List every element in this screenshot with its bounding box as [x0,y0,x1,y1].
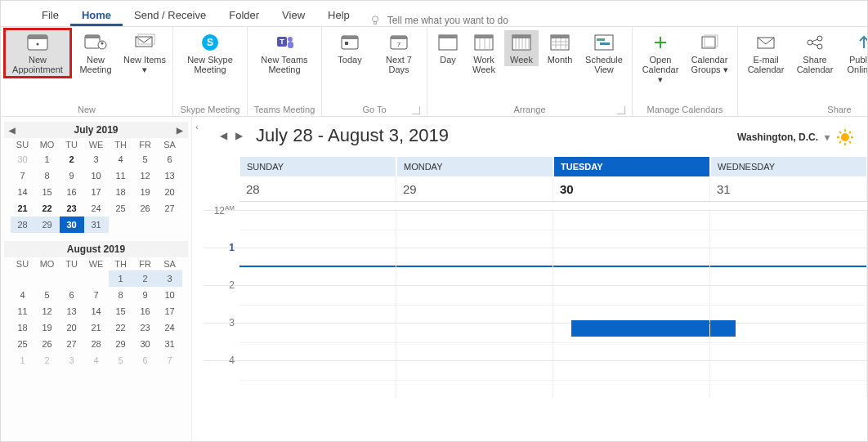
date-cell[interactable]: 30 [553,177,710,201]
mini-day[interactable]: 2 [133,270,158,287]
time-cell[interactable] [396,248,553,285]
new-teams-meeting-button[interactable]: T New Teams Meeting [253,30,316,76]
open-calendar-button[interactable]: Open Calendar ▾ [638,30,683,86]
mini-day[interactable]: 30 [133,336,158,352]
mini-day[interactable]: 18 [109,184,133,200]
date-cell[interactable]: 29 [396,177,553,201]
calendar-groups-button[interactable]: Calendar Groups ▾ [687,30,732,76]
time-cell[interactable] [396,324,553,360]
mini-day[interactable]: 13 [158,167,182,184]
mini-day[interactable]: 16 [60,184,84,200]
mini-day[interactable]: 30 [11,151,35,167]
hour-row[interactable]: 12AM [204,210,867,248]
mini-day[interactable]: 15 [35,184,60,200]
time-cell[interactable] [710,324,867,360]
mini-day[interactable]: 23 [60,200,84,217]
days-grid-july[interactable]: 3012345678910111213141516171819202122232… [4,151,188,233]
time-cell[interactable] [239,324,396,360]
day-header[interactable]: TUESDAY [553,156,710,177]
mini-day[interactable]: 31 [158,336,182,352]
mini-day[interactable]: 13 [60,303,84,319]
mini-day[interactable]: 15 [109,303,133,319]
mini-day[interactable]: 24 [84,200,109,217]
time-cell[interactable] [239,286,396,323]
time-cell[interactable] [710,361,867,398]
tab-file[interactable]: File [30,4,70,26]
mini-day[interactable]: 21 [11,200,35,217]
mini-day[interactable]: 8 [35,167,60,184]
mini-day[interactable]: 24 [158,319,182,336]
next-month-icon[interactable]: ▶ [172,126,188,135]
date-cell[interactable]: 31 [710,177,867,201]
mini-day[interactable]: 1 [109,270,133,287]
tab-send-receive[interactable]: Send / Receive [123,4,217,26]
mini-day[interactable]: 4 [11,287,35,303]
hour-row[interactable]: 3 [204,323,867,360]
mini-day[interactable]: 6 [158,151,182,167]
mini-day[interactable]: 11 [11,303,35,319]
mini-day[interactable]: 5 [133,151,158,167]
email-calendar-button[interactable]: E-mail Calendar [743,30,789,76]
mini-day[interactable]: 11 [109,167,133,184]
mini-day[interactable]: 29 [109,336,133,352]
time-cell[interactable] [553,211,710,248]
mini-day[interactable]: 7 [11,167,35,184]
mini-day[interactable]: 19 [35,319,60,336]
mini-day[interactable]: 8 [109,287,133,303]
mini-day[interactable]: 26 [133,200,158,217]
mini-day[interactable]: 30 [60,217,84,233]
mini-day[interactable]: 2 [60,151,84,167]
mini-day[interactable]: 12 [35,303,60,319]
mini-day[interactable]: 14 [11,184,35,200]
mini-day[interactable]: 1 [11,352,35,368]
mini-day[interactable]: 20 [158,184,182,200]
time-cell[interactable] [239,248,396,285]
mini-day[interactable]: 12 [133,167,158,184]
mini-day[interactable]: 18 [11,319,35,336]
mini-day[interactable] [11,270,35,287]
time-cell[interactable] [553,324,710,360]
mini-day[interactable]: 7 [158,352,182,368]
mini-day[interactable]: 4 [84,352,109,368]
hour-row[interactable]: 1 [204,248,867,285]
today-button[interactable]: Today [327,30,373,66]
mini-day[interactable]: 9 [60,167,84,184]
time-cell[interactable] [710,211,867,248]
new-appointment-button[interactable]: New Appointment [6,30,69,76]
time-cell[interactable] [396,211,553,248]
tell-me-search[interactable]: Tell me what you want to do [369,15,508,26]
next7-button[interactable]: 7 Next 7 Days [376,30,422,76]
mini-day[interactable]: 22 [35,200,60,217]
mini-day[interactable]: 3 [60,352,84,368]
week-button[interactable]: Week [504,30,539,66]
tab-folder[interactable]: Folder [217,4,271,26]
mini-day[interactable] [84,270,109,287]
mini-day[interactable]: 2 [35,352,60,368]
mini-day[interactable]: 7 [84,287,109,303]
publish-online-button[interactable]: Publish Online ▾ [841,30,868,76]
mini-day[interactable]: 21 [84,319,109,336]
time-cell[interactable] [239,361,396,398]
time-cell[interactable] [553,286,710,323]
day-header[interactable]: MONDAY [396,156,553,177]
mini-day[interactable]: 25 [11,336,35,352]
hour-row[interactable]: 2 [204,285,867,323]
day-header[interactable]: WEDNESDAY [710,156,867,177]
day-header[interactable]: SUNDAY [239,156,396,177]
mini-day[interactable]: 5 [35,287,60,303]
mini-day[interactable]: 17 [158,303,182,319]
mini-day[interactable]: 6 [60,287,84,303]
time-cell[interactable] [710,248,867,285]
time-cell[interactable] [553,361,710,398]
goto-launcher[interactable] [412,106,420,114]
tab-view[interactable]: View [271,4,316,26]
time-cell[interactable] [396,361,553,398]
mini-day[interactable]: 16 [133,303,158,319]
schedule-view-button[interactable]: Schedule View [581,30,627,76]
month-button[interactable]: Month [542,30,578,66]
mini-day[interactable]: 23 [133,319,158,336]
time-cell[interactable] [396,286,553,323]
mini-day[interactable]: 31 [84,217,109,233]
new-items-button[interactable]: New Items ▾ [122,30,168,76]
range-next-icon[interactable]: ▶ [235,130,248,141]
